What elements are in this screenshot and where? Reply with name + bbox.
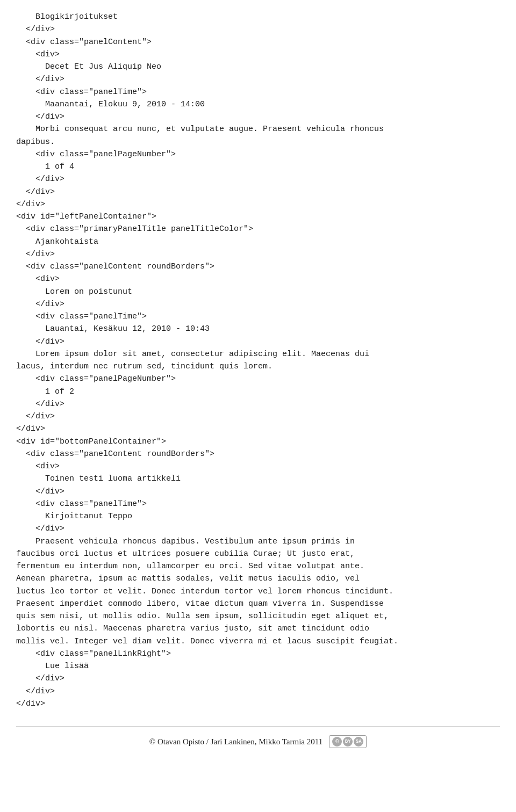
copyright-text: © Otavan Opisto / Jari Lankinen, Mikko T…	[149, 737, 322, 746]
page-footer: © Otavan Opisto / Jari Lankinen, Mikko T…	[16, 726, 500, 748]
code-display: Blogikirjoitukset </div> <div class="pan…	[16, 11, 500, 710]
by-icon: BY	[343, 737, 353, 746]
sa-icon: SA	[354, 737, 363, 746]
cc-license-badge: © BY SA	[329, 735, 367, 748]
cc-icon: ©	[332, 737, 342, 746]
